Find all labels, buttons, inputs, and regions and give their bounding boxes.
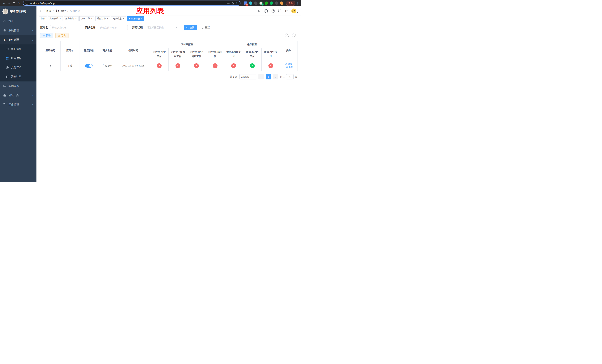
extension-badge-green: 1 xyxy=(262,3,264,6)
sidebar-item-pay-order[interactable]: 支付订单 xyxy=(0,63,36,72)
app-name-label: 应用名 xyxy=(40,26,48,29)
edit-button[interactable]: 修改 xyxy=(285,63,292,66)
col-app-name: 应用名 xyxy=(61,41,79,60)
search-icon xyxy=(286,34,289,37)
sidebar-item-infra[interactable]: 基础设施 ▾ xyxy=(0,81,36,91)
share-icon[interactable] xyxy=(231,2,234,5)
yen-icon: ¥ xyxy=(3,38,6,42)
extension-badge: 10 xyxy=(246,3,248,6)
document-icon xyxy=(6,75,9,78)
col-wechat-mini: 微信小程序支付 xyxy=(224,48,243,60)
toolbar: 新增 导出 xyxy=(40,33,297,38)
font-size-icon[interactable]: TT xyxy=(285,10,288,12)
sidebar-item-workflow[interactable]: 工作流程 ▾ xyxy=(0,100,36,109)
browser-home-icon[interactable]: ⌂ xyxy=(16,1,21,6)
site-info-icon[interactable]: i xyxy=(26,2,28,5)
close-icon[interactable]: × xyxy=(141,17,143,20)
tab-pay-order[interactable]: 支付订单 × xyxy=(79,16,94,21)
tab-app-info[interactable]: 应用信息 × xyxy=(127,16,144,21)
extension-icon-2[interactable] xyxy=(249,1,252,5)
sidebar-item-home[interactable]: 首页 xyxy=(0,17,36,26)
toggle-search-button[interactable] xyxy=(285,33,290,38)
cell-wechat-jsapi xyxy=(243,60,262,71)
search-icon[interactable] xyxy=(258,10,261,13)
tab-merchant-info[interactable]: 商户信息 × xyxy=(111,16,126,21)
help-icon[interactable]: ? xyxy=(272,10,275,13)
close-icon[interactable]: × xyxy=(107,17,109,20)
sidebar-fold-icon[interactable] xyxy=(39,10,43,12)
filter-app-name: 应用名 xyxy=(40,25,81,30)
cell-alipay-qr xyxy=(206,60,224,71)
extension-puzzle-icon[interactable]: 10 xyxy=(244,1,247,5)
enable-toggle[interactable] xyxy=(85,64,93,68)
chevron-down-icon: ▾ xyxy=(32,30,33,32)
goto-prefix: 前往 xyxy=(280,75,285,78)
status-select[interactable]: 请选择开启状态 ▾ xyxy=(145,25,179,30)
fullscreen-icon[interactable] xyxy=(278,10,281,12)
browser-menu-icon[interactable]: ⋮ xyxy=(296,1,299,5)
export-button[interactable]: 导出 xyxy=(55,33,68,38)
gear-icon xyxy=(3,29,6,32)
add-button[interactable]: 新增 xyxy=(40,33,53,38)
browser-forward-icon[interactable]: → xyxy=(7,1,11,6)
app-logo[interactable]: 芋道管理系统 xyxy=(0,6,36,17)
search-button[interactable]: 搜索 xyxy=(184,25,197,30)
sidebar-item-refund-order[interactable]: 退款订单 xyxy=(0,72,36,81)
close-icon[interactable]: × xyxy=(123,17,124,20)
sidebar-item-merchant-info[interactable]: 商户信息 xyxy=(0,44,36,54)
browser-update-button[interactable]: 更新 xyxy=(286,1,295,6)
logo-avatar xyxy=(2,9,8,14)
app-shell: 芋道管理系统 首页 系统管理 ▾ ¥ 支付管理 ▴ xyxy=(0,6,301,182)
extension-icon-6[interactable] xyxy=(270,1,273,5)
delete-button[interactable]: 删除 xyxy=(286,66,293,69)
sidebar-item-label: 支付管理 xyxy=(9,38,19,42)
page-number-1[interactable]: 1 xyxy=(266,74,271,79)
tab-label: 用户分组 xyxy=(65,17,74,20)
dashboard-icon xyxy=(3,20,6,23)
github-icon[interactable] xyxy=(265,9,268,13)
extension-wechat-icon[interactable] xyxy=(265,1,268,5)
close-icon[interactable]: × xyxy=(59,17,61,20)
breadcrumb-payment[interactable]: 支付管理 xyxy=(55,9,66,13)
prev-page-button[interactable]: ‹ xyxy=(258,74,264,79)
col-alipay-qr: 支付宝扫码支付 xyxy=(206,48,224,60)
breadcrumb-home[interactable]: 首页 xyxy=(46,9,51,13)
close-icon[interactable]: × xyxy=(91,17,93,20)
app-name-input[interactable] xyxy=(50,25,81,30)
tab-refund-order[interactable]: 退款订单 × xyxy=(95,16,110,21)
payment-submenu: 商户信息 应用信息 支付订单 xyxy=(0,44,36,81)
bookmark-star-icon[interactable]: ☆ xyxy=(236,1,238,5)
extension-icon-4[interactable]: 1 xyxy=(259,1,263,5)
reset-button[interactable]: 重置 xyxy=(199,25,212,30)
user-avatar[interactable]: ▾ xyxy=(291,8,298,13)
filter-merchant-name: 商户名称 xyxy=(85,25,128,30)
cell-alipay-wap xyxy=(187,60,206,71)
extension-icon-3[interactable] xyxy=(254,1,258,5)
tab-home[interactable]: 首页 xyxy=(39,16,47,21)
status-label: 开启状态 xyxy=(132,26,142,29)
browser-back-icon[interactable]: ← xyxy=(2,1,7,6)
pencil-icon xyxy=(285,63,287,65)
profile-avatar[interactable] xyxy=(280,1,283,5)
goto-page-input[interactable] xyxy=(286,74,294,79)
close-icon[interactable]: × xyxy=(75,17,77,20)
extension-pin-icon[interactable] xyxy=(275,1,278,5)
goto-suffix: 页 xyxy=(295,75,297,78)
grid-icon xyxy=(6,57,9,60)
address-bar[interactable]: i localhost:1024/pay/app ☆ xyxy=(23,0,240,6)
sidebar-item-system[interactable]: 系统管理 ▾ xyxy=(0,26,36,35)
password-key-icon[interactable] xyxy=(227,2,230,5)
tab-process-form[interactable]: 流程表单 × xyxy=(48,16,63,21)
browser-reload-icon[interactable] xyxy=(11,1,16,6)
tab-user-group[interactable]: 用户分组 × xyxy=(64,16,79,21)
merchant-name-input[interactable] xyxy=(98,25,128,30)
merchant-name-label: 商户名称 xyxy=(85,26,96,29)
breadcrumb: 首页 / 支付管理 / 应用信息 xyxy=(46,9,80,13)
col-alipay-pc: 支付宝 PC 网站支付 xyxy=(169,48,187,60)
sidebar-item-payment[interactable]: ¥ 支付管理 ▴ xyxy=(0,35,36,44)
page-size-select[interactable]: 10条/页 ▾ xyxy=(239,74,256,79)
sidebar-item-devtools[interactable]: 研发工具 ▾ xyxy=(0,91,36,100)
sidebar-item-app-info[interactable]: 应用信息 xyxy=(0,54,36,63)
next-page-button[interactable]: › xyxy=(273,74,278,79)
refresh-table-button[interactable] xyxy=(292,33,297,38)
